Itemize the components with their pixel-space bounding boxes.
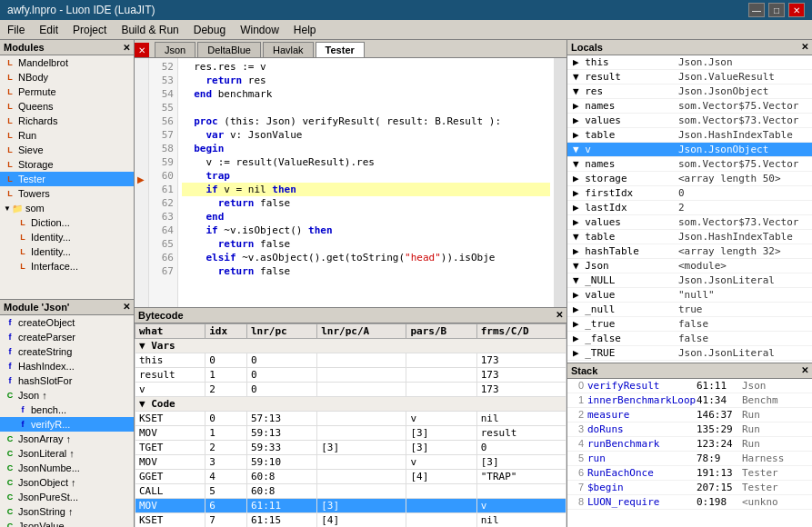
table-row[interactable]: MOV159:13[3]result [135,426,566,441]
code-area[interactable]: res.res := v return res end benchmark pr… [178,58,554,307]
list-item[interactable]: ▶ lastIdx2 [567,201,812,215]
code-line-64[interactable]: if ~v.isObject() then [182,224,550,237]
list-item[interactable]: ▼ _NULLJson.JsonLiteral [567,273,812,288]
code-line-63[interactable]: end [182,210,550,224]
module-item-verifyr[interactable]: fverifyR... [0,417,134,432]
sidebar-item-interface[interactable]: LInterface... [0,259,134,273]
list-item[interactable]: ▶ _falsefalse [567,332,812,346]
table-row[interactable]: TGET259:33[3][3]0 [135,441,566,455]
module-item-createstring[interactable]: fcreateString [0,344,134,359]
sidebar-item-tester[interactable]: LTester [0,172,134,186]
list-item[interactable]: ▼ resultJson.ValueResult [567,70,812,85]
tab-deltablue[interactable]: DeltaBlue [197,42,261,57]
code-line-60[interactable]: trap [182,169,550,183]
sidebar-item-towers[interactable]: LTowers [0,186,134,201]
menu-project[interactable]: Project [65,22,114,38]
locals-content[interactable]: ▶ thisJson.Json▼ resultJson.ValueResult … [567,55,812,363]
tab-json[interactable]: Json [155,42,195,57]
bp-marker-67[interactable] [135,249,147,262]
module-item-jsonpurest[interactable]: CJsonPureSt... [0,490,134,504]
code-line-52[interactable]: res.res := v [182,60,550,74]
bp-marker-58[interactable] [135,134,147,147]
bp-marker-63[interactable] [135,198,147,211]
list-item[interactable]: 2measure146:37Run [567,408,812,423]
module-tree[interactable]: fcreateObjectfcreateParserfcreateStringf… [0,315,134,527]
modules-close-icon[interactable]: ✕ [123,43,130,53]
list-item[interactable]: ▶ valuessom.Vector$73.Vector [567,114,812,128]
table-row[interactable]: result10173 [135,368,566,383]
table-row[interactable]: MOV661:11[3]v [135,499,566,513]
module-item-jsonnumbe[interactable]: CJsonNumbe... [0,461,134,475]
code-line-56[interactable]: proc (this: Json) verifyResult( result: … [182,114,550,128]
bp-marker-65[interactable] [135,224,147,236]
sidebar-item-sieve[interactable]: LSieve [0,143,134,157]
list-item[interactable]: ▼ resJson.JsonObject [567,85,812,99]
code-line-62[interactable]: return false [182,196,550,210]
bp-marker-62[interactable] [135,185,147,198]
list-item[interactable]: ▶ _TRUEJson.JsonLiteral [567,346,812,361]
sidebar-item-queens[interactable]: LQueens [0,99,134,114]
table-row[interactable]: CALL560:8 [135,484,566,499]
list-item[interactable]: ▼ namessom.Vector$75.Vector [567,157,812,172]
menu-debug[interactable]: Debug [186,22,233,38]
minimize-button[interactable]: — [748,3,765,17]
table-row[interactable]: v20173 [135,383,566,397]
list-item[interactable]: 1innerBenchmarkLoop41:34Benchm [567,393,812,408]
sidebar-item-richards[interactable]: LRichards [0,114,134,128]
list-item[interactable]: 8LUON_require0:198<unkno [567,495,812,510]
menu-build-run[interactable]: Build & Run [114,22,185,38]
list-item[interactable]: ▶ storage<array length 50> [567,172,812,186]
bp-marker-53[interactable] [135,71,147,84]
bp-marker-64[interactable] [135,211,147,224]
code-line-65[interactable]: return false [182,237,550,251]
sidebar-item-diction[interactable]: LDiction... [0,215,134,230]
module-item-hashindex[interactable]: fHashIndex... [0,359,134,373]
list-item[interactable]: 0verifyResult61:11Json [567,379,812,393]
modules-tree[interactable]: LMandelbrotLNBodyLPermuteLQueensLRichard… [0,55,134,300]
list-item[interactable]: ▶ value"null" [567,288,812,303]
code-line-55[interactable] [182,101,550,114]
menu-edit[interactable]: Edit [32,22,65,38]
module-item-jsonliteral[interactable]: CJsonLiteral ↑ [0,446,134,461]
code-line-53[interactable]: return res [182,74,550,87]
sidebar-item-som[interactable]: ▼ 📁som [0,201,134,215]
list-item[interactable]: ▶ tableJson.HashIndexTable [567,128,812,143]
editor-scrollbar[interactable] [554,58,566,307]
menu-file[interactable]: File [0,22,32,38]
table-row[interactable]: KSET057:13vnil [135,412,566,426]
tab-havlak[interactable]: Havlak [263,42,314,57]
code-line-61[interactable]: if v = nil then [182,183,550,196]
menu-help[interactable]: Help [286,22,324,38]
module-item-createparser[interactable]: fcreateParser [0,330,134,344]
bp-marker-66[interactable] [135,236,147,249]
sidebar-item-run[interactable]: LRun [0,128,134,143]
list-item[interactable]: ▶ namessom.Vector$75.Vector [567,99,812,114]
table-row[interactable]: MOV359:10v[3] [135,455,566,470]
list-item[interactable]: 6RunEachOnce191:13Tester [567,466,812,481]
bp-marker-54[interactable] [135,84,147,96]
locals-close-icon[interactable]: ✕ [801,42,808,53]
module-item-jsonobject[interactable]: CJsonObject ↑ [0,475,134,490]
list-item[interactable]: 5run78:9Harness [567,452,812,466]
module-item-hashslotfor[interactable]: fhashSlotFor [0,373,134,388]
stack-close-icon[interactable]: ✕ [801,365,808,376]
list-item[interactable]: ▶ valuessom.Vector$73.Vector [567,215,812,230]
list-item[interactable]: ▼ Json<module> [567,259,812,273]
list-item[interactable]: ▶ thisJson.Json [567,55,812,70]
bp-marker-56[interactable] [135,109,147,122]
code-line-58[interactable]: begin [182,142,550,155]
bp-marker-57[interactable] [135,122,147,134]
module-item-jsonvalue[interactable]: CJsonValue... [0,519,134,527]
menu-window[interactable]: Window [233,22,286,38]
list-item[interactable]: ▶ _nulltrue [567,303,812,317]
list-item[interactable]: ▶ hashTable<array length 32> [567,244,812,259]
code-line-59[interactable]: v := result(ValueResult).res [182,155,550,169]
module-item-json[interactable]: CJson ↑ [0,388,134,403]
table-row[interactable]: KSET761:15[4]nil [135,513,566,528]
list-item[interactable]: ▶ firstIdx0 [567,186,812,201]
module-item-jsonstring[interactable]: CJsonString ↑ [0,504,134,519]
list-item[interactable]: ▼ tableJson.HashIndexTable [567,230,812,244]
sidebar-item-mandelbrot[interactable]: LMandelbrot [0,55,134,70]
sidebar-item-identity[interactable]: LIdentity... [0,230,134,244]
list-item[interactable]: 4runBenchmark123:24Run [567,437,812,452]
